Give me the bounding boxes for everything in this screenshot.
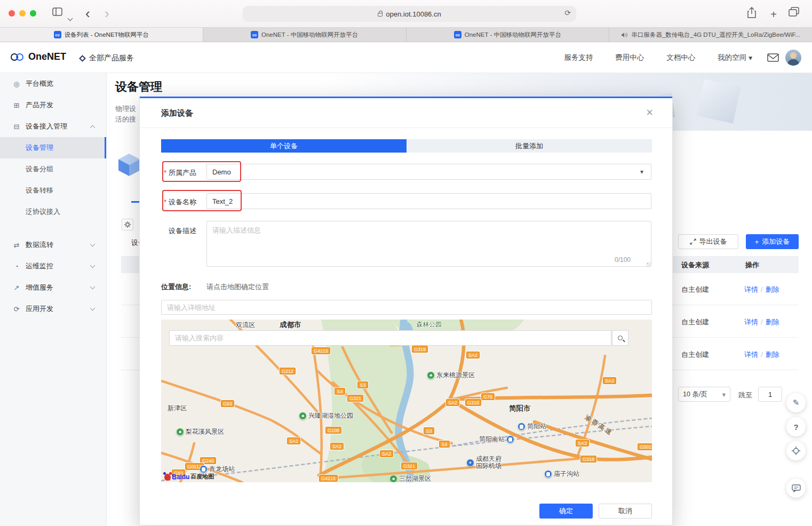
sidebar-item-product-dev[interactable]: ⊞ 产品开发 bbox=[0, 94, 106, 116]
jump-to-page-input[interactable] bbox=[758, 387, 782, 402]
browser-tab-4[interactable]: 串口服务器_数传电台_4G DTU_遥控开关_LoRa/ZigBee/WiF..… bbox=[609, 28, 812, 42]
address-bar[interactable]: open.iot.10086.cn ⟳ bbox=[243, 6, 576, 22]
tree-icon: ♣ bbox=[389, 475, 397, 482]
sidebar-item-value-services[interactable]: ↗ 增值服务 bbox=[0, 277, 106, 298]
chevron-down-icon: ▾ bbox=[749, 53, 752, 62]
onenet-logo[interactable]: OneNET bbox=[11, 51, 66, 62]
detail-link[interactable]: 详情 bbox=[744, 318, 758, 326]
detail-link[interactable]: 详情 bbox=[744, 285, 758, 293]
new-tab-icon[interactable]: + bbox=[770, 9, 777, 21]
device-access-icon: ⊟ bbox=[13, 123, 20, 131]
map-search-input[interactable] bbox=[169, 330, 611, 346]
delete-link[interactable]: 删除 bbox=[766, 350, 779, 358]
page-description-fragment: 活的搜 bbox=[115, 115, 140, 124]
chat-button[interactable] bbox=[786, 479, 806, 498]
road-badge: G5013 bbox=[638, 443, 652, 450]
crosshair-icon bbox=[792, 447, 800, 455]
road-badge: G108 bbox=[325, 427, 341, 434]
product-select[interactable] bbox=[206, 164, 651, 180]
resize-handle[interactable] bbox=[647, 262, 651, 267]
device-name-input[interactable] bbox=[206, 193, 651, 209]
tree-icon: ♣ bbox=[176, 428, 184, 436]
sidebar-item-device-group[interactable]: 设备分组 bbox=[0, 158, 106, 180]
sidebar-chevron-icon[interactable] bbox=[68, 11, 72, 22]
nav-doc-center[interactable]: 文档中心 bbox=[666, 53, 695, 62]
sidebar-item-protocol-access[interactable]: 泛协议接入 bbox=[0, 201, 106, 222]
road-badge: SA2 bbox=[287, 437, 300, 444]
location-label: 位置信息: bbox=[161, 282, 196, 292]
tab-overview-icon[interactable] bbox=[789, 7, 799, 17]
map-station: 简阳站 bbox=[518, 422, 546, 431]
page-size-select[interactable]: 10 条/页 ▾ bbox=[678, 387, 730, 402]
column-device-source: 设备来源 bbox=[681, 260, 709, 270]
confirm-button[interactable]: 确定 bbox=[539, 504, 593, 519]
road-badge: SA3 bbox=[576, 440, 589, 447]
baidu-paw-icon bbox=[164, 474, 171, 481]
tab-title: OneNET - 中国移动物联网开放平台 bbox=[261, 31, 358, 39]
add-device-modal: 添加设备 × 单个设备 批量添加 所属产品 ▾ 设备名称 设备描述 0/100 … bbox=[139, 97, 673, 525]
sidebar-item-data-flow[interactable]: ⇄ 数据流转 bbox=[0, 234, 106, 256]
sidebar-item-app-dev[interactable]: ⟳ 应用开发 bbox=[0, 298, 106, 320]
all-products-menu[interactable]: 全部产品服务 bbox=[80, 53, 134, 63]
feedback-edit-button[interactable]: ✎ bbox=[786, 393, 806, 412]
sidebar-item-device-transfer[interactable]: 设备转移 bbox=[0, 180, 106, 201]
nav-service-support[interactable]: 服务支持 bbox=[564, 53, 593, 62]
delete-link[interactable]: 删除 bbox=[766, 318, 779, 326]
audio-icon bbox=[621, 32, 628, 38]
device-source-cell: 自主创建 bbox=[681, 285, 709, 294]
metro-icon bbox=[544, 470, 552, 478]
nav-billing-center[interactable]: 费用中心 bbox=[615, 53, 644, 62]
sidebar-toggle-icon[interactable] bbox=[52, 7, 62, 16]
map-search-button[interactable] bbox=[612, 330, 628, 346]
plus-icon: + bbox=[755, 238, 759, 246]
tab-batch-add[interactable]: 批量添加 bbox=[407, 139, 652, 153]
tab-single-device[interactable]: 单个设备 bbox=[161, 139, 407, 153]
browser-tab-1[interactable]: co 设备列表 - OneNET物联网平台 bbox=[0, 28, 203, 42]
question-icon: ? bbox=[793, 423, 798, 432]
baidu-map[interactable]: 双流区 成都市 森林公园 新津区 简阳市 ♣东来桃源景区 ♣兴隆湖湿地公园 ♣梨… bbox=[161, 320, 652, 482]
close-window-button[interactable] bbox=[9, 10, 15, 17]
road-badge: SA3 bbox=[603, 377, 616, 384]
sidebar-item-device-access[interactable]: ⊟ 设备接入管理 bbox=[0, 116, 106, 137]
locate-button[interactable] bbox=[786, 441, 806, 460]
app-header: OneNET 全部产品服务 服务支持 费用中心 文档中心 我的空间▾ bbox=[0, 42, 812, 73]
minimize-window-button[interactable] bbox=[19, 10, 26, 17]
mail-icon[interactable] bbox=[767, 53, 779, 62]
description-label: 设备描述 bbox=[154, 226, 196, 236]
user-avatar[interactable] bbox=[785, 50, 801, 66]
map-airport: ✈ 成都天府国际机场 bbox=[466, 456, 501, 469]
add-device-button[interactable]: + 添加设备 bbox=[746, 234, 799, 249]
refresh-icon[interactable]: ⟳ bbox=[564, 9, 571, 17]
browser-tab-3[interactable]: co OneNET - 中国移动物联网开放平台 bbox=[407, 28, 610, 42]
address-input[interactable] bbox=[161, 300, 652, 315]
back-button[interactable]: ‹ bbox=[85, 7, 90, 19]
cancel-button[interactable]: 取消 bbox=[599, 504, 652, 519]
map-station: 庙子沟站 bbox=[544, 469, 579, 479]
airplane-icon: ✈ bbox=[466, 459, 474, 467]
export-devices-button[interactable]: 导出设备 bbox=[678, 234, 738, 249]
sidebar-item-ops-monitor[interactable]: ◔ 运维监控 bbox=[0, 256, 106, 277]
delete-link[interactable]: 删除 bbox=[766, 285, 779, 293]
road-badge: S4 bbox=[439, 441, 450, 448]
zoom-window-button[interactable] bbox=[30, 10, 36, 17]
app-dev-icon: ⟳ bbox=[13, 305, 20, 313]
description-textarea[interactable] bbox=[206, 221, 651, 267]
metro-icon bbox=[200, 465, 208, 473]
chevron-down-icon: ▾ bbox=[722, 390, 726, 399]
close-icon[interactable]: × bbox=[646, 106, 653, 119]
select-caret-icon[interactable]: ▾ bbox=[640, 168, 643, 176]
map-park-label: 森林公园 bbox=[416, 320, 442, 329]
forward-button[interactable]: › bbox=[105, 7, 109, 19]
modal-title: 添加设备 bbox=[161, 108, 193, 118]
nav-my-space[interactable]: 我的空间▾ bbox=[718, 53, 752, 62]
share-icon[interactable] bbox=[747, 7, 757, 19]
detail-link[interactable]: 详情 bbox=[744, 350, 758, 358]
table-settings-button[interactable] bbox=[122, 219, 133, 230]
help-button[interactable]: ? bbox=[786, 417, 806, 436]
sidebar-item-platform-overview[interactable]: ◎ 平台概览 bbox=[0, 73, 106, 94]
browser-tab-2[interactable]: co OneNET - 中国移动物联网开放平台 bbox=[203, 28, 407, 42]
metro-icon bbox=[506, 435, 514, 443]
sidebar-item-device-management[interactable]: 设备管理 bbox=[0, 137, 106, 158]
lock-icon bbox=[378, 13, 383, 17]
metro-icon bbox=[518, 423, 526, 431]
